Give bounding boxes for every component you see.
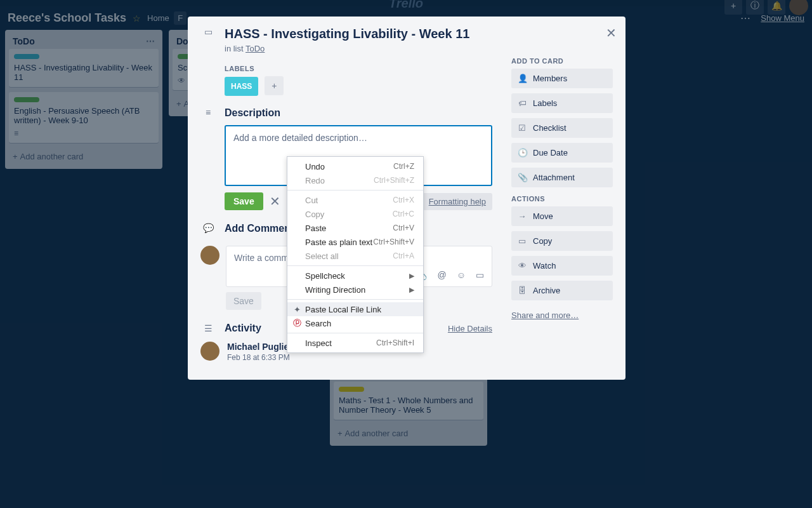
comment-save-button[interactable]: Save	[226, 292, 261, 310]
move-icon: →	[518, 211, 527, 221]
emoji-icon[interactable]: ☺	[457, 270, 466, 280]
side-label: Watch	[533, 261, 556, 271]
ctx-spellcheck[interactable]: Spellcheck ▶	[287, 269, 423, 283]
ctx-shortcut: Ctrl+A	[393, 251, 414, 260]
clock-icon: 🕒	[518, 148, 527, 157]
ctx-label: Inspect	[305, 338, 332, 348]
ctx-label: Redo	[305, 176, 325, 185]
side-label: Attachment	[533, 173, 575, 182]
members-icon: 👤	[518, 74, 527, 83]
labels-icon: 🏷	[518, 98, 527, 108]
ctx-label: Writing Direction	[305, 285, 365, 295]
ctx-label: Undo	[305, 162, 325, 171]
ctx-paste-local-file-link[interactable]: ✦ Paste Local File Link	[287, 302, 423, 316]
ctx-copy: Copy Ctrl+C	[287, 207, 423, 221]
activity-heading: Activity	[225, 323, 261, 334]
hide-details-link[interactable]: Hide Details	[448, 324, 492, 333]
attachment-icon: 📎	[518, 173, 527, 182]
ctx-separator	[287, 333, 423, 333]
ctx-label: Select all	[305, 251, 339, 261]
formatting-help-link[interactable]: Formatting help	[422, 193, 492, 210]
cancel-icon[interactable]: ✕	[270, 194, 280, 209]
ctx-label: Paste as plain text	[305, 237, 372, 247]
comment-icon: 💬	[200, 223, 216, 233]
ctx-search[interactable]: ⓟ Search	[287, 316, 423, 330]
ctx-separator	[287, 299, 423, 300]
in-list-prefix: in list	[225, 44, 246, 53]
copy-button[interactable]: ▭Copy	[511, 231, 613, 251]
card-icon[interactable]: ▭	[476, 270, 484, 280]
description-icon: ≡	[200, 107, 216, 117]
label-pill-hass[interactable]: HASS	[225, 77, 258, 96]
modal-title[interactable]: HASS - Investigating Livability - Week 1…	[225, 27, 613, 41]
context-menu: Undo Ctrl+Z Redo Ctrl+Shift+Z Cut Ctrl+X…	[287, 156, 424, 353]
in-list-link[interactable]: ToDo	[246, 44, 265, 53]
side-label: Copy	[533, 236, 552, 246]
attachment-button[interactable]: 📎Attachment	[511, 168, 613, 187]
ctx-separator	[287, 190, 423, 190]
avatar	[200, 342, 219, 361]
ctx-shortcut: Ctrl+V	[393, 224, 414, 232]
ctx-select-all: Select all Ctrl+A	[287, 249, 423, 263]
ctx-redo: Redo Ctrl+Shift+Z	[287, 173, 423, 187]
side-label: Move	[533, 211, 553, 221]
labels-heading: LABELS	[225, 65, 492, 72]
due-date-button[interactable]: 🕒Due Date	[511, 143, 613, 163]
mention-icon[interactable]: @	[437, 270, 446, 280]
add-label-button[interactable]: +	[265, 76, 284, 95]
ctx-label: Paste	[305, 224, 326, 233]
move-button[interactable]: →Move	[511, 206, 613, 226]
watch-button[interactable]: 👁Watch	[511, 256, 613, 276]
chevron-right-icon: ▶	[409, 286, 414, 294]
archive-icon: 🗄	[518, 286, 527, 295]
close-icon[interactable]: ✕	[606, 25, 617, 41]
activity-time: Feb 18 at 6:33 PM	[227, 353, 395, 362]
puzzle-icon: ✦	[292, 305, 301, 314]
checklist-button[interactable]: ☑Checklist	[511, 118, 613, 138]
archive-button[interactable]: 🗄Archive	[511, 281, 613, 300]
avatar	[200, 246, 219, 265]
side-label: Archive	[533, 286, 560, 295]
modal-sidebar: ADD TO CARD 👤Members 🏷Labels ☑Checklist …	[511, 50, 613, 320]
description-placeholder: Add a more detailed description…	[233, 133, 367, 143]
chevron-right-icon: ▶	[409, 272, 414, 280]
labels-button[interactable]: 🏷Labels	[511, 93, 613, 113]
activity-icon: ☰	[200, 323, 216, 333]
checklist-icon: ☑	[518, 123, 527, 133]
copy-icon: ▭	[518, 236, 527, 246]
ctx-shortcut: Ctrl+Z	[393, 162, 414, 171]
ctx-shortcut: Ctrl+C	[393, 210, 414, 218]
side-label: Due Date	[533, 148, 568, 157]
members-button[interactable]: 👤Members	[511, 69, 613, 88]
share-more-link[interactable]: Share and more…	[511, 311, 579, 320]
pinterest-icon: ⓟ	[292, 318, 301, 329]
side-label: Members	[533, 74, 567, 83]
ctx-shortcut: Ctrl+Shift+Z	[374, 176, 414, 185]
ctx-label: Copy	[305, 210, 324, 219]
ctx-undo[interactable]: Undo Ctrl+Z	[287, 159, 423, 173]
ctx-separator	[287, 265, 423, 266]
ctx-inspect[interactable]: Inspect Ctrl+Shift+I	[287, 336, 423, 350]
side-label: Labels	[533, 98, 557, 108]
add-to-card-heading: ADD TO CARD	[511, 57, 613, 65]
ctx-label: Paste Local File Link	[305, 305, 381, 314]
ctx-paste[interactable]: Paste Ctrl+V	[287, 221, 423, 235]
ctx-writing-direction[interactable]: Writing Direction ▶	[287, 283, 423, 297]
save-button[interactable]: Save	[225, 192, 263, 210]
ctx-label: Search	[305, 319, 331, 328]
actions-heading: ACTIONS	[511, 195, 613, 203]
ctx-label: Cut	[305, 196, 318, 205]
card-icon: ▭	[200, 27, 216, 37]
ctx-cut: Cut Ctrl+X	[287, 193, 423, 207]
ctx-shortcut: Ctrl+X	[393, 196, 414, 204]
ctx-label: Spellcheck	[305, 271, 345, 281]
ctx-shortcut: Ctrl+Shift+V	[373, 237, 414, 246]
description-heading: Description	[225, 107, 492, 119]
side-label: Checklist	[533, 123, 566, 133]
ctx-shortcut: Ctrl+Shift+I	[376, 338, 414, 347]
watch-icon: 👁	[518, 261, 527, 271]
ctx-paste-plain[interactable]: Paste as plain text Ctrl+Shift+V	[287, 235, 423, 249]
